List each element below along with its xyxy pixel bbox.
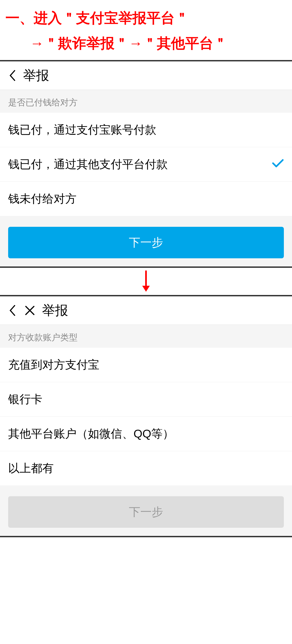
option-label: 钱已付，通过支付宝账号付款: [8, 122, 156, 137]
instruction-text: 一、进入＂支付宝举报平台＂ →＂欺诈举报＂→＂其他平台＂: [0, 0, 292, 60]
option-list: 充值到对方支付宝 银行卡 其他平台账户（如微信、QQ等） 以上都有: [0, 348, 292, 485]
page-title: 举报: [42, 302, 68, 319]
flow-arrow: [0, 268, 292, 295]
option-label: 银行卡: [8, 392, 42, 407]
option-bank-card[interactable]: 银行卡: [0, 382, 292, 417]
option-label: 钱已付，通过其他支付平台付款: [8, 157, 168, 172]
section-label: 是否已付钱给对方: [0, 90, 292, 113]
next-button: 下一步: [8, 496, 284, 528]
back-icon[interactable]: [8, 69, 16, 82]
option-other-platform[interactable]: 其他平台账户（如微信、QQ等）: [0, 417, 292, 451]
option-paid-alipay[interactable]: 钱已付，通过支付宝账号付款: [0, 113, 292, 147]
option-label: 充值到对方支付宝: [8, 357, 99, 372]
option-not-paid[interactable]: 钱未付给对方: [0, 182, 292, 216]
option-list: 钱已付，通过支付宝账号付款 钱已付，通过其他支付平台付款 钱未付给对方: [0, 113, 292, 216]
option-label: 钱未付给对方: [8, 191, 77, 206]
option-paid-other[interactable]: 钱已付，通过其他支付平台付款: [0, 147, 292, 182]
close-icon[interactable]: [23, 304, 37, 317]
check-icon: [272, 158, 284, 171]
screen-1: 举报 是否已付钱给对方 钱已付，通过支付宝账号付款 钱已付，通过其他支付平台付款…: [0, 60, 292, 268]
section-label: 对方收款账户类型: [0, 325, 292, 348]
option-all-above[interactable]: 以上都有: [0, 451, 292, 485]
back-icon[interactable]: [8, 304, 16, 317]
button-container: 下一步: [0, 485, 292, 536]
option-label: 其他平台账户（如微信、QQ等）: [8, 426, 174, 441]
page-title: 举报: [23, 67, 49, 84]
screen-2: 举报 对方收款账户类型 充值到对方支付宝 银行卡 其他平台账户（如微信、QQ等）…: [0, 295, 292, 537]
option-label: 以上都有: [8, 461, 54, 476]
next-button[interactable]: 下一步: [8, 227, 284, 258]
header-bar: 举报: [0, 296, 292, 325]
button-container: 下一步: [0, 216, 292, 266]
instruction-line-1: 一、进入＂支付宝举报平台＂: [5, 8, 287, 28]
instruction-line-2: →＂欺诈举报＂→＂其他平台＂: [5, 28, 287, 53]
option-alipay-account[interactable]: 充值到对方支付宝: [0, 348, 292, 382]
header-bar: 举报: [0, 61, 292, 90]
